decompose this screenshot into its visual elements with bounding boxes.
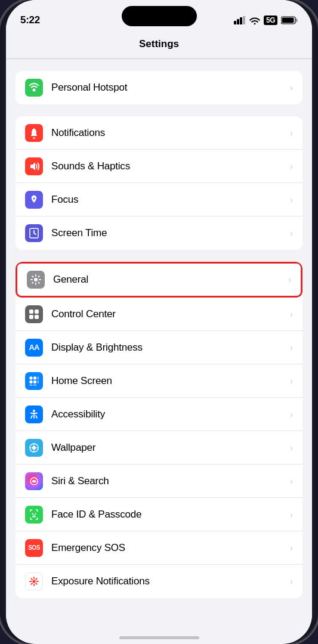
emergency-sos-label: Emergency SOS (51, 542, 288, 554)
svg-marker-8 (30, 162, 35, 171)
row-emergency-sos[interactable]: SOS Emergency SOS › (16, 531, 302, 565)
row-screen-time[interactable]: Screen Time › (16, 216, 302, 250)
screen-time-icon (25, 224, 43, 242)
svg-point-33 (33, 580, 36, 583)
display-icon: AA (25, 339, 43, 357)
svg-rect-21 (38, 380, 39, 383)
status-right-icons: 5G (234, 16, 298, 25)
face-id-chevron: › (290, 510, 293, 519)
accessibility-icon (25, 405, 43, 423)
sounds-icon (25, 157, 43, 175)
notifications-chevron: › (290, 128, 293, 138)
wifi-icon (249, 17, 260, 24)
svg-rect-12 (29, 309, 33, 314)
display-chevron: › (290, 343, 293, 352)
status-time: 5:22 (20, 14, 40, 26)
display-brightness-label: Display & Brightness (51, 342, 288, 354)
screen-time-svg (28, 227, 40, 239)
exposure-notifications-label: Exposure Notifications (51, 575, 288, 587)
svg-line-38 (31, 578, 32, 580)
svg-point-9 (33, 197, 35, 199)
svg-rect-17 (33, 376, 36, 379)
row-personal-hotspot[interactable]: Personal Hotspot › (16, 71, 302, 104)
phone-frame: 5:22 5G (0, 0, 318, 644)
focus-svg (28, 194, 40, 206)
row-display-brightness[interactable]: AA Display & Brightness › (16, 331, 302, 364)
display-icon-text: AA (29, 343, 39, 352)
home-screen-chevron: › (290, 376, 293, 386)
svg-rect-19 (30, 380, 33, 383)
personal-hotspot-icon (25, 79, 43, 97)
control-center-icon (25, 305, 43, 323)
personal-hotspot-chevron: › (290, 83, 293, 92)
wallpaper-chevron: › (290, 443, 293, 453)
section-notifications: Notifications › Sounds & Haptics › (16, 116, 302, 250)
general-icon (27, 271, 45, 289)
home-indicator[interactable] (119, 636, 199, 639)
control-center-chevron: › (290, 309, 293, 319)
row-face-id[interactable]: Face ID & Passcode › (16, 498, 302, 531)
exposure-chevron: › (290, 577, 293, 586)
svg-rect-0 (234, 21, 236, 24)
row-focus[interactable]: Focus › (16, 183, 302, 216)
svg-rect-16 (30, 376, 33, 379)
svg-rect-18 (38, 376, 39, 379)
accessibility-svg (28, 408, 40, 420)
svg-point-24 (33, 410, 35, 412)
screen-time-label: Screen Time (51, 227, 288, 239)
siri-svg (29, 476, 39, 487)
home-screen-svg (28, 375, 40, 387)
battery-icon (281, 16, 298, 24)
notifications-label: Notifications (51, 127, 288, 139)
home-screen-label: Home Screen (51, 375, 288, 387)
row-general[interactable]: General › (16, 262, 302, 298)
general-label: General (53, 274, 286, 286)
face-id-icon (25, 506, 43, 524)
row-sounds-haptics[interactable]: Sounds & Haptics › (16, 150, 302, 183)
svg-rect-20 (33, 380, 36, 383)
svg-rect-15 (35, 315, 39, 319)
row-wallpaper[interactable]: Wallpaper › (16, 431, 302, 465)
signal-icon (234, 16, 246, 24)
sos-text: SOS (28, 544, 40, 551)
svg-rect-5 (296, 18, 298, 22)
row-home-screen[interactable]: Home Screen › (16, 364, 302, 398)
general-svg (30, 274, 42, 286)
svg-rect-6 (282, 18, 294, 23)
home-screen-icon (25, 372, 43, 390)
siri-chevron: › (290, 476, 293, 486)
section-general-group: General › Control Center › (16, 262, 302, 598)
svg-line-40 (36, 578, 37, 580)
screen-time-chevron: › (290, 228, 293, 238)
hotspot-svg (28, 82, 40, 94)
emergency-sos-icon: SOS (25, 539, 43, 557)
svg-point-7 (33, 89, 36, 92)
notifications-svg (28, 127, 40, 139)
row-control-center[interactable]: Control Center › (16, 298, 302, 331)
row-notifications[interactable]: Notifications › (16, 116, 302, 150)
wallpaper-svg (28, 442, 40, 454)
row-siri-search[interactable]: Siri & Search › (16, 465, 302, 498)
svg-rect-3 (243, 16, 245, 24)
sounds-svg (28, 160, 40, 172)
row-accessibility[interactable]: Accessibility › (16, 398, 302, 431)
dynamic-island (122, 6, 197, 26)
control-center-label: Control Center (51, 308, 288, 320)
wallpaper-icon (25, 439, 43, 457)
personal-hotspot-label: Personal Hotspot (51, 82, 288, 94)
section-hotspot: Personal Hotspot › (16, 71, 302, 104)
accessibility-chevron: › (290, 410, 293, 419)
settings-content[interactable]: Personal Hotspot › Notifications › (6, 59, 312, 641)
accessibility-label: Accessibility (51, 408, 288, 420)
svg-rect-14 (29, 315, 33, 319)
face-id-svg (28, 509, 40, 521)
sounds-haptics-label: Sounds & Haptics (51, 160, 288, 172)
svg-rect-23 (33, 384, 36, 386)
cellular-badge: 5G (264, 16, 277, 25)
exposure-icon (25, 572, 43, 590)
row-exposure-notifications[interactable]: Exposure Notifications › (16, 565, 302, 598)
svg-line-39 (36, 583, 37, 584)
siri-search-label: Siri & Search (51, 475, 288, 487)
wallpaper-label: Wallpaper (51, 442, 288, 454)
svg-point-11 (34, 278, 38, 281)
